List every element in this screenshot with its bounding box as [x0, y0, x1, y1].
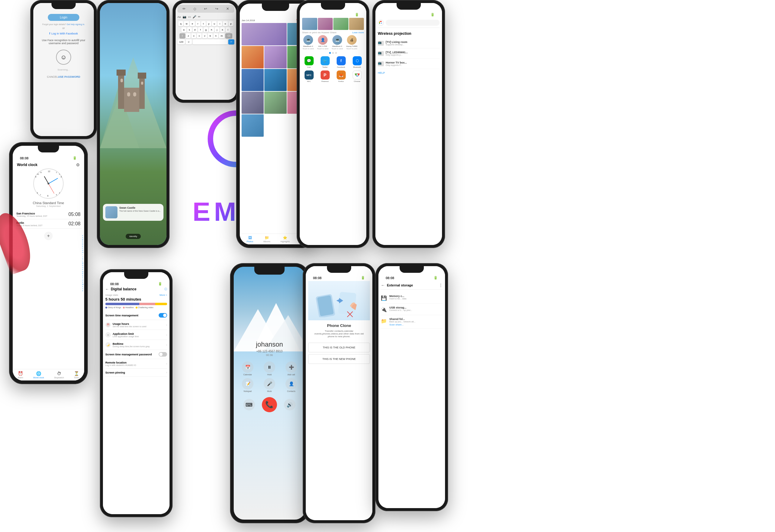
back-arrow-icon[interactable]: ← — [105, 287, 109, 291]
gallery-thumb-3[interactable] — [264, 46, 286, 68]
key-m[interactable]: m — [219, 33, 225, 38]
tab-worldclock[interactable]: 🌐 World clock — [33, 371, 44, 379]
remote-row[interactable]: Remote location Log in with student's HU… — [105, 359, 167, 369]
key-c[interactable]: c — [197, 33, 202, 38]
close-icon[interactable]: ✕ — [226, 7, 229, 11]
key-h[interactable]: h — [209, 27, 214, 32]
share-device-1[interactable]: 💻 MateBook X Touch to send — [302, 35, 314, 50]
key-r[interactable]: r — [196, 21, 201, 26]
tab-timer[interactable]: ⏳ Timer — [74, 371, 79, 379]
keypad-button[interactable]: ⌨ — [244, 399, 255, 410]
key-y[interactable]: y — [207, 21, 211, 26]
tab-photos[interactable]: 🖼 Photos — [247, 236, 254, 243]
share-device-4[interactable]: 🖨 Huang TH880 Touch to print — [346, 35, 358, 50]
storage-usb[interactable]: 🔌 USB storag... Connect a U... up your..… — [381, 304, 443, 315]
identify-button[interactable]: Identify — [126, 234, 141, 239]
key-emoji[interactable]: ☺ — [185, 39, 191, 44]
app-facebook[interactable]: f Facebook — [334, 56, 348, 68]
tab-albums[interactable]: 📁 Albums — [263, 236, 270, 243]
share-device-3[interactable]: 💻 MateBook X Touch to send — [331, 35, 343, 50]
get-help-link[interactable]: Get help signing in. — [67, 23, 85, 25]
redo-icon[interactable]: ↪ — [215, 7, 218, 11]
key-v[interactable]: v — [202, 33, 207, 38]
old-phone-button[interactable]: THIS IS THE OLD PHONE — [308, 343, 370, 352]
info-icon[interactable]: ⓘ — [164, 287, 167, 291]
key-s[interactable]: s — [187, 27, 192, 32]
key-l[interactable]: l — [226, 27, 231, 32]
gallery-thumb-5[interactable] — [242, 69, 264, 91]
key-q[interactable]: q — [178, 21, 183, 26]
pen2-icon[interactable]: ✏ — [198, 15, 201, 18]
key-j[interactable]: j — [215, 27, 220, 32]
camera-icon[interactable]: 📷 — [182, 15, 186, 18]
eraser-icon[interactable]: ◇ — [193, 7, 196, 11]
wireless-help-btn[interactable]: HELP — [378, 71, 440, 74]
key-d[interactable]: d — [192, 27, 198, 32]
call-action-notepad[interactable]: 📝 Notepad — [242, 378, 254, 392]
call-action-hold[interactable]: ⏸ Hold — [264, 361, 275, 376]
key-b[interactable]: b — [208, 33, 213, 38]
add-city-button[interactable]: + — [44, 232, 53, 240]
gallery-thumb-6[interactable] — [264, 69, 286, 91]
wireless-device-3[interactable]: 📺 Hornor TV box... Only supports P... — [378, 59, 440, 69]
login-button[interactable]: Login — [48, 14, 79, 21]
app-firefox[interactable]: 🦊 Firefox — [334, 70, 348, 82]
key-i[interactable]: i — [218, 21, 222, 26]
tab-highlights[interactable]: ⭐ Highlights — [280, 236, 290, 243]
scan-share-link[interactable]: Scan share... — [389, 323, 415, 326]
gallery-thumb-9[interactable] — [264, 92, 286, 114]
settings-icon[interactable]: ⚙ — [76, 162, 80, 167]
usage-hours-row[interactable]: ⏰ Usage hours Set the total time the scr… — [105, 320, 167, 330]
more-btn[interactable]: More > — [159, 294, 167, 296]
cancel-button[interactable]: CANCEL — [47, 75, 58, 78]
key-space[interactable] — [192, 39, 228, 44]
key-f[interactable]: f — [198, 27, 203, 32]
key-g[interactable]: g — [204, 27, 208, 32]
key-k[interactable]: k — [220, 27, 225, 32]
tab-stopwatch[interactable]: ⏱ Stopwatch — [54, 371, 64, 379]
gallery-thumb-8[interactable] — [242, 92, 264, 114]
lean-more-link[interactable]: Lean more — [352, 31, 364, 34]
speaker-button[interactable]: 🔊 — [284, 399, 296, 410]
wireless-device-2[interactable]: 📺 [TV]_LED85691... Only supports p... — [378, 48, 440, 59]
pen-icon[interactable]: ✏ — [182, 7, 185, 11]
storage-memory[interactable]: 💾 Memory c... Insert a me... data — [381, 292, 443, 304]
key-u[interactable]: u — [212, 21, 217, 26]
wireless-device-1[interactable]: 📺 [TV] Living room Supports Desktop... — [378, 38, 440, 48]
tab-alarm[interactable]: ⏰ Alarm — [18, 371, 23, 379]
facebook-login[interactable]: f Log In With Facebook — [49, 32, 78, 35]
key-shift[interactable]: ⇧ — [179, 33, 185, 38]
mic-icon[interactable]: 🎤 — [192, 15, 196, 18]
key-o[interactable]: o — [223, 21, 228, 26]
key-w[interactable]: w — [184, 21, 189, 26]
key-a[interactable]: a — [181, 27, 186, 32]
back-arrow-storage[interactable]: ← — [381, 283, 385, 288]
bedtime-row[interactable]: 🌙 Bedtime During sleep time,the screen t… — [105, 340, 167, 350]
image-icon[interactable]: ▭ — [188, 15, 191, 18]
undo-icon[interactable]: ↩ — [204, 7, 207, 11]
key-x[interactable]: x — [191, 33, 196, 38]
key-t[interactable]: t — [201, 21, 206, 26]
app-bluetooth[interactable]: ⬡ Bluetooth — [350, 56, 364, 68]
app-nfc[interactable]: NFC NFC — [302, 70, 316, 82]
google-search-bar[interactable] — [386, 20, 440, 26]
new-phone-button[interactable]: THIS IS THE NEW PHONE — [308, 354, 370, 364]
key-enter[interactable]: ↵ — [228, 39, 234, 44]
screen-pin-row[interactable]: Screen pinning › — [105, 369, 167, 377]
call-action-mute[interactable]: 🎤 Mute — [264, 378, 275, 392]
password-toggle[interactable] — [158, 352, 167, 357]
app-line[interactable]: 💬 Line — [302, 56, 316, 68]
call-action-contacts[interactable]: 👤 Contacts — [286, 378, 297, 392]
key-n[interactable]: n — [214, 33, 218, 38]
key-123[interactable]: 123 — [177, 39, 185, 44]
app-twitter[interactable]: 🐦 Twitter — [318, 56, 332, 68]
use-password-button[interactable]: USE PASSWORD — [58, 75, 80, 78]
gallery-thumb-large[interactable] — [242, 23, 287, 45]
screen-time-toggle[interactable] — [158, 313, 167, 318]
call-action-calendar[interactable]: 📅 Calendar — [242, 361, 254, 376]
share-device-2[interactable]: 👤 KiKi 's P20 Touch to send — [317, 35, 329, 50]
more-options-icon[interactable]: ⋮ — [439, 283, 443, 287]
key-e[interactable]: e — [190, 21, 195, 26]
gallery-thumb-2[interactable] — [242, 46, 264, 68]
key-z[interactable]: z — [186, 33, 191, 38]
